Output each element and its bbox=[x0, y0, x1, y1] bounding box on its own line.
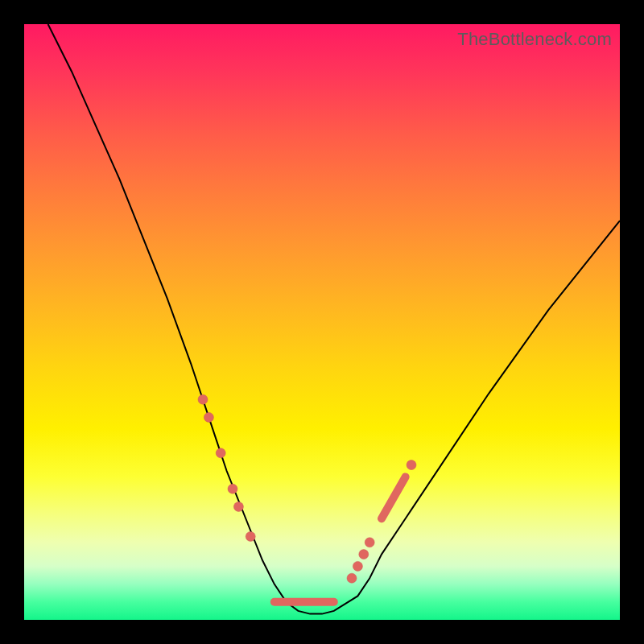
left-descent-dots-dot bbox=[233, 502, 243, 511]
left-descent-dots-dot bbox=[246, 531, 255, 541]
right-ascent-dots-dot bbox=[347, 573, 357, 583]
chart-frame: TheBottleneck.com bbox=[0, 0, 644, 644]
right-ascent-dots-dot bbox=[353, 561, 362, 571]
plot-area: TheBottleneck.com bbox=[24, 24, 620, 620]
right-ascent-dots-dot bbox=[365, 538, 374, 547]
bottleneck-curve bbox=[48, 24, 620, 614]
right-ascent-top-dot-dot bbox=[407, 460, 416, 470]
left-descent-dots-dot bbox=[198, 394, 208, 404]
left-descent-dots-dot bbox=[228, 484, 237, 493]
left-descent-dots-dot bbox=[216, 448, 225, 458]
left-descent-dots-dot bbox=[204, 412, 213, 422]
right-ascent-segment bbox=[382, 477, 406, 518]
curve-layer bbox=[24, 24, 620, 620]
marker-layer bbox=[198, 394, 416, 602]
right-ascent-dots-dot bbox=[359, 550, 369, 559]
